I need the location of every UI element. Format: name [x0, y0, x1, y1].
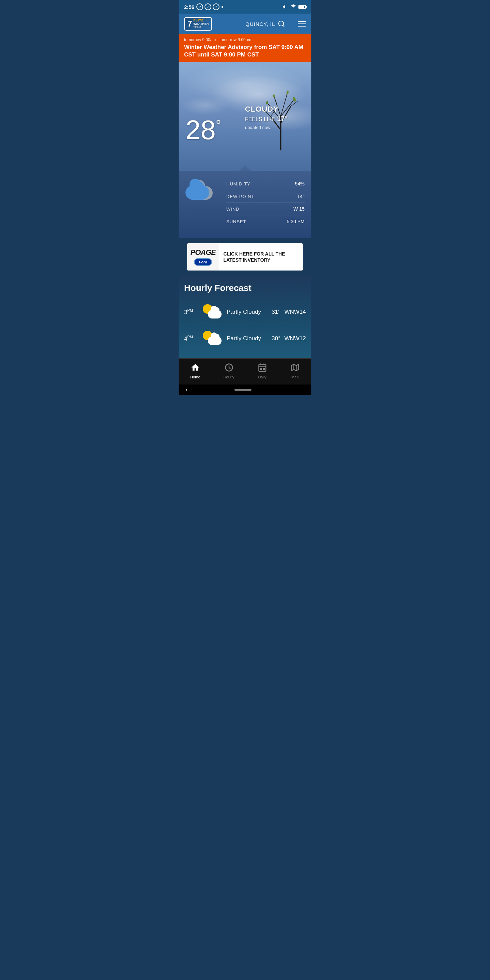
sunset-row: SUNSET 5:30 PM	[226, 215, 305, 228]
hamburger-line-1	[298, 21, 306, 22]
hamburger-line-3	[298, 26, 306, 27]
nav-label-map: Map	[291, 375, 298, 379]
svg-point-0	[279, 21, 284, 26]
status-time: 2:56	[184, 4, 194, 10]
back-button[interactable]: ‹	[185, 386, 188, 393]
daily-icon	[258, 363, 267, 374]
mute-icon	[282, 4, 288, 10]
forecast-temp-4pm: 30°	[262, 335, 280, 342]
nav-label-home: Home	[190, 375, 200, 379]
ad-logo-section: POAGE Ford	[187, 243, 219, 270]
status-icons: P 7 7	[196, 3, 220, 10]
app-logo: 7 ELITE WEATHER TEAM	[184, 17, 212, 31]
humidity-value: 54%	[295, 181, 305, 186]
small-cloud-icon	[208, 310, 221, 318]
header-divider	[229, 19, 229, 29]
svg-rect-18	[263, 369, 264, 370]
nav-item-daily[interactable]: Daily	[252, 361, 272, 380]
alert-banner[interactable]: tomorrow 9:00am - tomorrow 9:00pm Winter…	[179, 34, 311, 62]
svg-rect-17	[260, 369, 262, 370]
temperature-display: 28°	[185, 115, 221, 145]
feels-like-temp: 17°	[277, 115, 287, 123]
ad-ford-label: Ford	[194, 258, 212, 266]
ad-brand-name: POAGE	[190, 248, 215, 257]
home-pill[interactable]	[234, 389, 251, 391]
forecast-condition-3pm: Partly Cloudy	[227, 309, 262, 315]
battery-icon	[298, 5, 306, 9]
sunset-label: SUNSET	[226, 219, 247, 224]
feels-like-label: FEELS LIKE	[245, 116, 275, 122]
humidity-label: HUMIDITY	[226, 181, 250, 186]
dew-point-value: 14°	[298, 194, 305, 199]
small-cloud-icon-2	[208, 337, 221, 345]
hamburger-menu[interactable]	[298, 21, 306, 27]
app-header: 7 ELITE WEATHER TEAM QUINCY, IL	[179, 14, 311, 34]
svg-rect-16	[259, 364, 266, 372]
dew-point-row: DEW POINT 14°	[226, 190, 305, 203]
bottom-system-bar: ‹	[179, 385, 311, 395]
weather-icon-large	[185, 181, 220, 200]
condition-label: CLOUDY	[245, 105, 288, 114]
forecast-row-3pm[interactable]: 3PM Partly Cloudy 31° WNW14	[184, 299, 306, 325]
ad-container[interactable]: POAGE Ford CLICK HERE FOR ALL THE LATEST…	[187, 243, 303, 270]
nav-label-hourly: Hourly	[224, 375, 234, 379]
forecast-time-4pm: 4PM	[184, 335, 203, 342]
hamburger-line-2	[298, 24, 306, 24]
forecast-row-4pm[interactable]: 4PM Partly Cloudy 30° WNW12	[184, 325, 306, 352]
logo-number: 7	[188, 20, 192, 28]
forecast-time-3pm: 3PM	[184, 308, 203, 316]
wind-value: W 15	[293, 206, 305, 212]
status-left: 2:56 P 7 7	[184, 3, 223, 10]
location-text: QUINCY, IL	[245, 21, 275, 27]
feels-like: FEELS LIKE 17°	[245, 115, 288, 123]
cloud-front	[185, 185, 209, 200]
nav-item-hourly[interactable]: Hourly	[218, 361, 240, 380]
status-right	[282, 4, 306, 10]
details-rows: HUMIDITY 54% DEW POINT 14° WIND W 15 SUN…	[226, 178, 305, 228]
status-bar: 2:56 P 7 7	[179, 0, 311, 14]
nav-item-map[interactable]: Map	[285, 361, 305, 380]
bottom-nav: Home Hourly Daily Map	[179, 358, 311, 385]
logo-text-stack: ELITE WEATHER TEAM	[193, 19, 208, 29]
hourly-section: Hourly Forecast 3PM Partly Cloudy 31° WN…	[179, 276, 311, 358]
hourly-icon	[224, 363, 234, 374]
alert-message: Winter Weather Advisory from SAT 9:00 AM…	[184, 43, 306, 59]
forecast-icon-3pm	[203, 304, 223, 320]
status-icon-p: P	[196, 3, 203, 10]
location-area[interactable]: QUINCY, IL	[245, 20, 285, 27]
wifi-icon	[290, 4, 296, 10]
forecast-condition-4pm: Partly Cloudy	[227, 335, 262, 342]
details-panel: HUMIDITY 54% DEW POINT 14° WIND W 15 SUN…	[179, 171, 311, 238]
map-icon	[290, 363, 300, 374]
weather-main-info: 28°	[185, 116, 221, 143]
panel-pointer	[238, 166, 252, 171]
forecast-wind-4pm: WNW12	[280, 335, 306, 342]
wind-label: WIND	[226, 207, 240, 212]
status-icon-7b: 7	[213, 3, 220, 10]
sunset-value: 5:30 PM	[287, 219, 305, 224]
degree-symbol: °	[216, 118, 221, 133]
home-icon	[191, 363, 200, 374]
nav-item-home[interactable]: Home	[185, 361, 205, 380]
logo-area: 7 ELITE WEATHER TEAM	[184, 17, 212, 31]
ad-banner[interactable]: POAGE Ford CLICK HERE FOR ALL THE LATEST…	[179, 238, 311, 276]
hourly-section-title: Hourly Forecast	[184, 283, 306, 293]
search-icon[interactable]	[278, 20, 285, 27]
alert-time: tomorrow 9:00am - tomorrow 9:00pm	[184, 37, 306, 42]
forecast-wind-3pm: WNW14	[280, 309, 306, 315]
wind-row: WIND W 15	[226, 203, 305, 215]
forecast-temp-3pm: 31°	[262, 309, 280, 315]
cloud-icon	[185, 181, 216, 200]
nav-label-daily: Daily	[258, 375, 266, 379]
ad-call-to-action[interactable]: CLICK HERE FOR ALL THE LATEST INVENTORY	[219, 248, 303, 266]
updated-text: updated now	[245, 125, 288, 130]
humidity-row: HUMIDITY 54%	[226, 178, 305, 190]
weather-condition-info: CLOUDY FEELS LIKE 17° updated now	[245, 105, 288, 130]
forecast-icon-4pm	[203, 331, 223, 346]
dew-point-label: DEW POINT	[226, 194, 255, 199]
svg-point-13	[272, 94, 275, 98]
status-dot	[221, 6, 223, 8]
logo-team: TEAM	[193, 26, 208, 29]
svg-point-12	[286, 91, 289, 95]
temperature-value: 28	[185, 115, 216, 145]
